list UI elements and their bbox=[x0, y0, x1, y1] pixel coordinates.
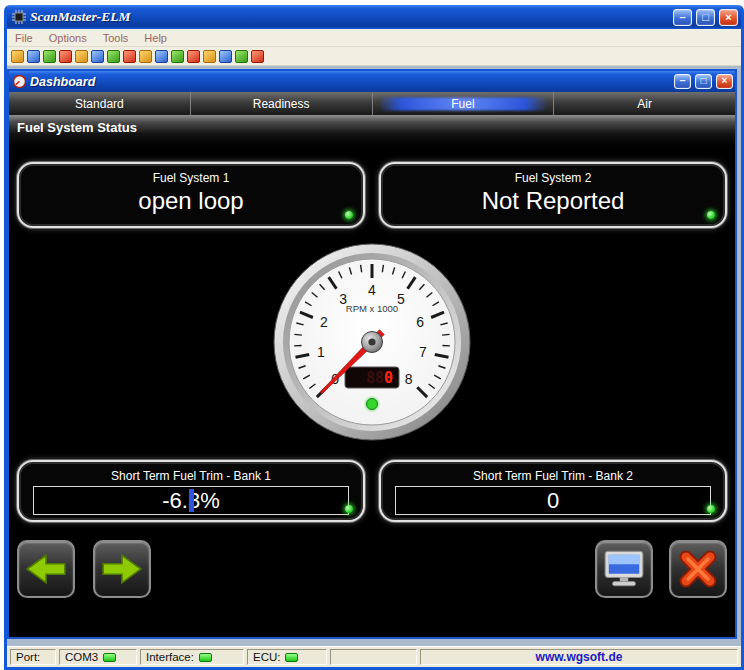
fullscreen-monitor-button[interactable] bbox=[595, 540, 653, 598]
statusbar-spacer bbox=[330, 649, 417, 665]
stft-bank2-label: Short Term Fuel Trim - Bank 2 bbox=[381, 469, 725, 483]
maximize-button[interactable]: □ bbox=[696, 9, 715, 26]
svg-text:4: 4 bbox=[368, 282, 376, 298]
settings-icon[interactable] bbox=[219, 50, 232, 63]
svg-text:6: 6 bbox=[416, 314, 424, 330]
dashboard-content: Fuel System 1 open loop Fuel System 2 No… bbox=[9, 146, 735, 637]
ecu-cell: ECU: bbox=[247, 649, 327, 665]
status-led-green bbox=[707, 505, 715, 513]
save-icon[interactable] bbox=[27, 50, 40, 63]
close-button[interactable]: × bbox=[719, 9, 738, 26]
main-window: ScanMaster-ELM – □ × File Options Tools … bbox=[4, 5, 744, 670]
arrow-right-icon bbox=[101, 553, 143, 585]
lcd-value: 0 bbox=[384, 369, 393, 387]
svg-text:8: 8 bbox=[405, 371, 413, 387]
svg-text:5: 5 bbox=[397, 291, 405, 307]
tab-readiness[interactable]: Readiness bbox=[191, 92, 373, 115]
live-data-icon[interactable] bbox=[155, 50, 168, 63]
port-value-cell: COM3 bbox=[59, 649, 137, 665]
status-led-green bbox=[345, 505, 353, 513]
ecu-led-green bbox=[285, 653, 298, 662]
gauge-led-green bbox=[367, 399, 378, 410]
exit-dashboard-button[interactable] bbox=[669, 540, 727, 598]
dtc-read-icon[interactable] bbox=[123, 50, 136, 63]
fuel-system-1-panel: Fuel System 1 open loop bbox=[17, 162, 365, 228]
stft-bank1-label: Short Term Fuel Trim - Bank 1 bbox=[19, 469, 363, 483]
fuel-system-2-label: Fuel System 2 bbox=[381, 171, 725, 185]
svg-text:1: 1 bbox=[317, 344, 325, 360]
next-page-button[interactable] bbox=[93, 540, 151, 598]
gauge-unit-label: RPM x 1000 bbox=[346, 303, 398, 314]
app-title: ScanMaster-ELM bbox=[30, 9, 669, 25]
app-chip-icon bbox=[12, 10, 26, 24]
dashboard-window-title: Dashboard bbox=[30, 75, 670, 89]
screen: ScanMaster-ELM – □ × File Options Tools … bbox=[0, 0, 744, 670]
bar-marker-blue bbox=[189, 489, 194, 512]
dashboard-icon[interactable] bbox=[187, 50, 200, 63]
info-icon[interactable] bbox=[235, 50, 248, 63]
close-x-icon bbox=[678, 549, 718, 589]
exit-icon[interactable] bbox=[251, 50, 264, 63]
main-titlebar[interactable]: ScanMaster-ELM – □ × bbox=[7, 5, 741, 29]
print-icon[interactable] bbox=[43, 50, 56, 63]
fuel-system-1-value: open loop bbox=[19, 187, 363, 215]
website-link[interactable]: www.wgsoft.de bbox=[420, 649, 738, 665]
stft-bank1-panel: Short Term Fuel Trim - Bank 1 -6.3% bbox=[17, 460, 365, 522]
menu-tools[interactable]: Tools bbox=[95, 30, 137, 46]
stft-bank2-value-box: 0 bbox=[395, 486, 711, 515]
stft-bank2-value: 0 bbox=[547, 488, 559, 514]
monitor-icon bbox=[603, 550, 645, 588]
rpm-gauge: 012345678 RPM x 1000 888 0 bbox=[272, 242, 472, 442]
scan-icon[interactable] bbox=[107, 50, 120, 63]
menu-options[interactable]: Options bbox=[41, 30, 95, 46]
tab-standard[interactable]: Standard bbox=[9, 92, 191, 115]
port-led-green bbox=[103, 653, 116, 662]
fuel-system-1-label: Fuel System 1 bbox=[19, 171, 363, 185]
arrow-left-icon bbox=[25, 553, 67, 585]
open-icon[interactable] bbox=[11, 50, 24, 63]
menu-help[interactable]: Help bbox=[136, 30, 175, 46]
dashboard-tabs: Standard Readiness Fuel Air bbox=[9, 92, 735, 115]
dashboard-window-icon bbox=[13, 75, 26, 88]
dashboard-titlebar[interactable]: Dashboard – □ × bbox=[9, 71, 735, 92]
status-led-green bbox=[707, 211, 715, 219]
status-led-green bbox=[345, 211, 353, 219]
disconnect-icon[interactable] bbox=[91, 50, 104, 63]
connect-icon[interactable] bbox=[75, 50, 88, 63]
interface-cell: Interface: bbox=[140, 649, 244, 665]
previous-page-button[interactable] bbox=[17, 540, 75, 598]
svg-text:2: 2 bbox=[320, 314, 328, 330]
stft-bank1-value-box: -6.3% bbox=[33, 486, 349, 515]
graph-icon[interactable] bbox=[203, 50, 216, 63]
toolbar bbox=[7, 47, 741, 66]
fuel-system-2-panel: Fuel System 2 Not Reported bbox=[379, 162, 727, 228]
statusbar: Port: COM3 Interface: ECU: www.wgsoft.de bbox=[7, 646, 741, 667]
menubar: File Options Tools Help bbox=[7, 29, 741, 47]
tab-air[interactable]: Air bbox=[554, 92, 735, 115]
dashboard-minimize-button[interactable]: – bbox=[674, 74, 691, 89]
dtc-clear-icon[interactable] bbox=[139, 50, 152, 63]
fuel-system-2-value: Not Reported bbox=[381, 187, 725, 215]
freeze-frame-icon[interactable] bbox=[171, 50, 184, 63]
copy-icon[interactable] bbox=[59, 50, 72, 63]
menu-file[interactable]: File bbox=[7, 30, 41, 46]
tab-fuel[interactable]: Fuel bbox=[373, 92, 555, 115]
stft-bank2-panel: Short Term Fuel Trim - Bank 2 0 bbox=[379, 460, 727, 522]
dashboard-maximize-button[interactable]: □ bbox=[695, 74, 712, 89]
port-label-cell: Port: bbox=[10, 649, 56, 665]
section-title: Fuel System Status bbox=[9, 115, 735, 146]
minimize-button[interactable]: – bbox=[673, 9, 692, 26]
dashboard-close-button[interactable]: × bbox=[716, 74, 733, 89]
dashboard-window: Dashboard – □ × Standard Readiness Fuel … bbox=[7, 69, 737, 639]
svg-text:7: 7 bbox=[419, 344, 427, 360]
mdi-client-area: Dashboard – □ × Standard Readiness Fuel … bbox=[7, 66, 741, 646]
interface-led-green bbox=[199, 653, 212, 662]
